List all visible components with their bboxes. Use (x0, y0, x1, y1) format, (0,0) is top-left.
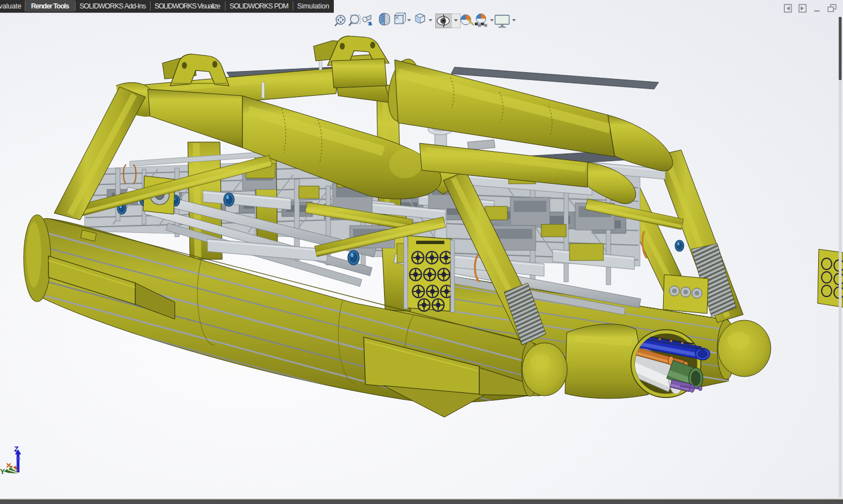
svg-text:SOLIDWORKS Add-Ins: SOLIDWORKS Add-Ins (80, 2, 146, 10)
svg-text:valuate: valuate (0, 2, 21, 10)
svg-text:Render Tools: Render Tools (31, 2, 69, 10)
svg-text:SOLIDWORKS PDM: SOLIDWORKS PDM (229, 2, 289, 10)
svg-text:SOLIDWORKS Visualize: SOLIDWORKS Visualize (155, 2, 220, 10)
svg-text:Simulation: Simulation (297, 2, 329, 10)
